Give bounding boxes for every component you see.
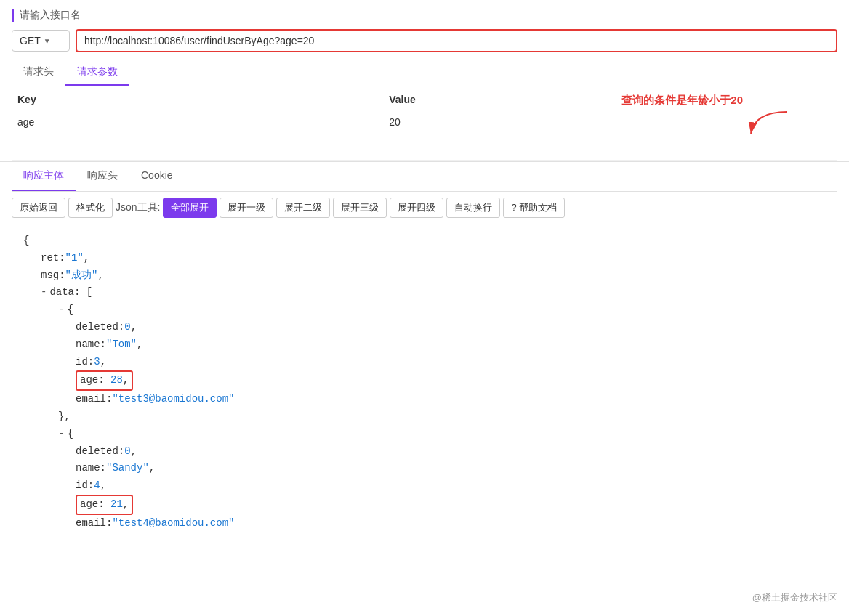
help-button[interactable]: ? 帮助文档: [503, 198, 565, 218]
age-highlight-1: age: 28,: [76, 370, 133, 391]
json-item2-name: name: "Sandy",: [23, 460, 826, 477]
json-tools-label: Json工具:: [116, 201, 160, 214]
arrow-icon: [747, 108, 791, 137]
params-section: 查询的条件是年龄小于20 Key Value age 20: [0, 86, 849, 161]
json-viewer: { ret: "1", msg: "成功", - data: [ - { del…: [12, 224, 837, 541]
btn-expand-1[interactable]: 展开一级: [220, 198, 273, 218]
json-item2-open: - {: [23, 426, 826, 443]
btn-raw[interactable]: 原始返回: [12, 198, 65, 218]
btn-format[interactable]: 格式化: [68, 198, 113, 218]
param-row-empty: [12, 134, 837, 161]
json-item1-open: - {: [23, 301, 826, 319]
key-header: Key: [12, 86, 383, 110]
method-select[interactable]: GET ▼: [12, 30, 70, 52]
tab-request-header[interactable]: 请求头: [12, 60, 65, 86]
json-item1-deleted: deleted: 0,: [23, 319, 826, 336]
json-item2-email: email: "test4@baomidou.com": [23, 515, 826, 532]
btn-expand-all[interactable]: 全部展开: [163, 198, 217, 218]
age-highlight-2: age: 21,: [76, 495, 133, 515]
json-item2-id: id: 4,: [23, 477, 826, 495]
tab-response-header[interactable]: 响应头: [76, 162, 129, 191]
response-section: 响应主体 响应头 Cookie 原始返回 格式化 Json工具: 全部展开 展开…: [0, 162, 849, 541]
url-input[interactable]: http://localhost:10086/user/findUserByAg…: [76, 29, 837, 52]
response-tabs: 响应主体 响应头 Cookie: [12, 162, 837, 192]
json-open-brace: {: [23, 232, 826, 250]
chevron-down-icon: ▼: [44, 37, 51, 45]
btn-auto-wrap[interactable]: 自动换行: [446, 198, 500, 218]
json-msg: msg: "成功",: [23, 267, 826, 285]
annotation: 查询的条件是年龄小于20: [621, 94, 791, 137]
interface-label: 请输入接口名: [12, 9, 837, 22]
param-value-empty[interactable]: [383, 134, 837, 161]
json-item2-deleted: deleted: 0,: [23, 443, 826, 461]
url-row: GET ▼ http://localhost:10086/user/findUs…: [12, 29, 837, 52]
tab-response-body[interactable]: 响应主体: [12, 162, 76, 191]
tab-request-params[interactable]: 请求参数: [65, 60, 129, 86]
json-data-label: - data: [: [23, 284, 826, 301]
param-key-empty[interactable]: [12, 134, 383, 161]
json-tools-row: 原始返回 格式化 Json工具: 全部展开 展开一级 展开二级 展开三级 展开四…: [12, 192, 837, 224]
json-ret: ret: "1",: [23, 250, 826, 267]
json-item1-name: name: "Tom",: [23, 336, 826, 354]
request-tabs: 请求头 请求参数: [12, 60, 837, 86]
collapse-item1[interactable]: -: [58, 301, 64, 319]
annotation-text: 查询的条件是年龄小于20: [621, 94, 743, 108]
json-item1-id: id: 3,: [23, 354, 826, 371]
json-item1-age: age: 28,: [23, 370, 826, 391]
json-item1-close: },: [23, 408, 826, 426]
json-item2-age: age: 21,: [23, 495, 826, 515]
btn-expand-3[interactable]: 展开三级: [333, 198, 387, 218]
btn-expand-4[interactable]: 展开四级: [390, 198, 443, 218]
tab-cookie[interactable]: Cookie: [129, 162, 185, 191]
collapse-data[interactable]: -: [41, 284, 47, 301]
param-key-1[interactable]: age: [12, 110, 383, 134]
json-item1-email: email: "test3@baomidou.com": [23, 391, 826, 408]
collapse-item2[interactable]: -: [58, 426, 64, 443]
btn-expand-2[interactable]: 展开二级: [276, 198, 330, 218]
method-label: GET: [20, 35, 41, 46]
top-section: 请输入接口名 GET ▼ http://localhost:10086/user…: [0, 0, 849, 86]
